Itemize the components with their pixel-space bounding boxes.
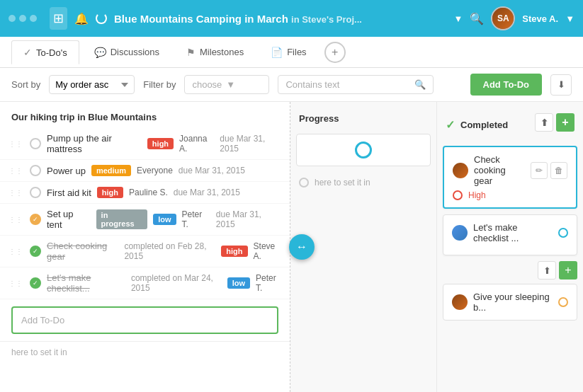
window-controls	[9, 15, 37, 22]
filter-value: choose	[192, 79, 222, 90]
sort-label: Sort by	[11, 79, 40, 90]
progress-badge-4: in progress	[96, 209, 148, 229]
todo-checkbox-3[interactable]	[30, 187, 41, 198]
card-header: Check cooking gear ✏ 🗑	[453, 154, 567, 186]
todo-name-3: First aid kit	[47, 188, 91, 198]
card-actions: ✏ 🗑	[531, 162, 567, 179]
drag-handle[interactable]: ⋮⋮	[9, 216, 23, 224]
todo-person-6: Peter T.	[256, 273, 281, 293]
card-name: Check cooking gear	[474, 154, 525, 186]
priority-badge-6: low	[227, 277, 250, 289]
files-tab-icon: 📄	[271, 47, 283, 58]
card-name-2: Let's make checklist ...	[473, 222, 553, 243]
card-edit-button[interactable]: ✏	[531, 162, 548, 179]
tab-files[interactable]: 📄 Files	[259, 40, 318, 64]
project-title: Blue Mountains Camping in March in Steve…	[114, 13, 446, 25]
project-chevron[interactable]: ▼	[453, 13, 463, 24]
tab-discussions[interactable]: 💬 Discussions	[82, 40, 171, 64]
todo-item: ⋮⋮ Pump up the air mattress high Joanna …	[0, 128, 290, 160]
download-button[interactable]: ⬇	[550, 74, 572, 96]
todo-checkbox-4[interactable]	[30, 214, 41, 225]
todo-name-2: Power up	[47, 166, 86, 176]
kanban-panel: Progress here to set it in ✓ Completed ⬆	[290, 102, 583, 392]
avatar-image: SA	[492, 8, 514, 29]
todo-completed-5: completed on Feb 28, 2015	[124, 241, 215, 261]
check-cooking-gear-card[interactable]: Check cooking gear ✏ 🗑 High	[443, 146, 577, 209]
filter-arrow: ▼	[226, 79, 235, 90]
todo-item: ⋮⋮ Set up tent in progress low Peter T. …	[0, 204, 290, 236]
search-icon[interactable]: 🔍	[470, 12, 484, 25]
loading-spinner	[96, 13, 107, 24]
tabs-bar: ✓ To-Do's 💬 Discussions ⚑ Milestones 📄 F…	[0, 37, 583, 68]
bottom-add-button[interactable]: +	[559, 261, 577, 279]
discussions-tab-icon: 💬	[94, 47, 106, 58]
progress-bottom-hint: here to set it in	[296, 172, 431, 193]
todo-item: ⋮⋮ Check cooking gear completed on Feb 2…	[0, 236, 290, 267]
card-priority: High	[453, 190, 567, 200]
section-title: Our hiking trip in Blue Mountains	[0, 102, 290, 128]
bottom-hint: here to set it in	[0, 341, 290, 363]
lets-make-checklist-card[interactable]: Let's make checklist ...	[443, 214, 577, 255]
todo-checkbox-6[interactable]	[30, 277, 41, 289]
main-content: Our hiking trip in Blue Mountains ⋮⋮ Pum…	[0, 102, 583, 392]
avatar[interactable]: SA	[491, 6, 515, 30]
priority-badge-3: high	[97, 187, 123, 198]
priority-badge-2: medium	[91, 165, 131, 176]
tab-milestones-label: Milestones	[200, 47, 244, 57]
drag-handle[interactable]: ⋮⋮	[9, 167, 23, 175]
todo-checkbox-2[interactable]	[30, 165, 41, 176]
card-delete-button[interactable]: 🗑	[550, 162, 567, 179]
grid-icon[interactable]: ⊞	[50, 7, 67, 30]
card-avatar-2	[452, 225, 468, 241]
search-placeholder: Contains text	[285, 79, 339, 90]
tab-todos[interactable]: ✓ To-Do's	[11, 40, 79, 64]
todo-person-2: Everyone	[137, 166, 173, 175]
card-status-circle	[558, 228, 568, 238]
completed-column-title: Completed	[460, 120, 508, 130]
drag-handle[interactable]: ⋮⋮	[9, 140, 23, 148]
add-todo-input[interactable]: Add To-Do	[11, 306, 278, 334]
card-avatar	[453, 163, 468, 178]
todo-checkbox-1[interactable]	[30, 138, 41, 149]
tab-milestones[interactable]: ⚑ Milestones	[174, 40, 256, 64]
tab-todos-label: To-Do's	[36, 47, 67, 58]
search-input-container[interactable]: Contains text 🔍	[278, 75, 434, 94]
completed-column-bottom-actions: ⬆ +	[443, 261, 577, 279]
bottom-export-button[interactable]: ⬆	[538, 261, 556, 279]
todo-person-4: Peter T.	[182, 209, 210, 229]
empty-circle	[299, 178, 309, 188]
todo-checkbox-5[interactable]	[30, 246, 41, 257]
todo-completed-6: completed on Mar 24, 2015	[131, 273, 222, 293]
progress-column-header: Progress	[296, 108, 431, 129]
divider-toggle-button[interactable]: ↔	[289, 234, 315, 260]
completed-column-add-button[interactable]: +	[556, 113, 574, 132]
bell-icon[interactable]: 🔔	[74, 12, 89, 25]
toolbar: Sort by My order asc My order desc Due d…	[0, 68, 583, 102]
todo-item: ⋮⋮ First aid kit high Pauline S. due Mar…	[0, 182, 290, 204]
tab-files-label: Files	[287, 47, 306, 57]
completed-column: ✓ Completed ⬆ + Check cooking gear ✏ 🗑	[437, 102, 583, 392]
drag-handle[interactable]: ⋮⋮	[9, 279, 23, 287]
completed-column-actions: ⬆ +	[535, 113, 574, 132]
todo-name-6: Let's make checklist...	[47, 272, 125, 294]
progress-column-title: Progress	[299, 113, 339, 124]
priority-badge-4: low	[153, 214, 176, 225]
give-sleeping-card[interactable]: Give your sleeping b...	[443, 284, 577, 321]
todo-name-4: Set up tent	[47, 209, 91, 230]
dot-2	[19, 15, 26, 22]
todo-person-5: Steve A.	[254, 241, 281, 261]
dot-3	[30, 15, 37, 22]
tab-discussions-label: Discussions	[111, 47, 159, 57]
priority-badge-5: high	[221, 246, 247, 257]
filter-select[interactable]: choose ▼	[184, 75, 269, 94]
priority-badge-1: high	[147, 138, 174, 149]
add-tab-button[interactable]: +	[324, 42, 346, 63]
sort-select[interactable]: My order asc My order desc Due date	[49, 75, 135, 94]
drag-handle[interactable]: ⋮⋮	[9, 189, 23, 197]
drag-handle[interactable]: ⋮⋮	[9, 248, 23, 255]
add-todo-button[interactable]: Add To-Do	[470, 74, 542, 96]
completed-column-export-button[interactable]: ⬆	[535, 113, 553, 132]
user-chevron[interactable]: ▼	[565, 13, 574, 24]
todo-due-1: due Mar 31, 2015	[220, 134, 281, 154]
search-input-icon: 🔍	[414, 79, 426, 90]
